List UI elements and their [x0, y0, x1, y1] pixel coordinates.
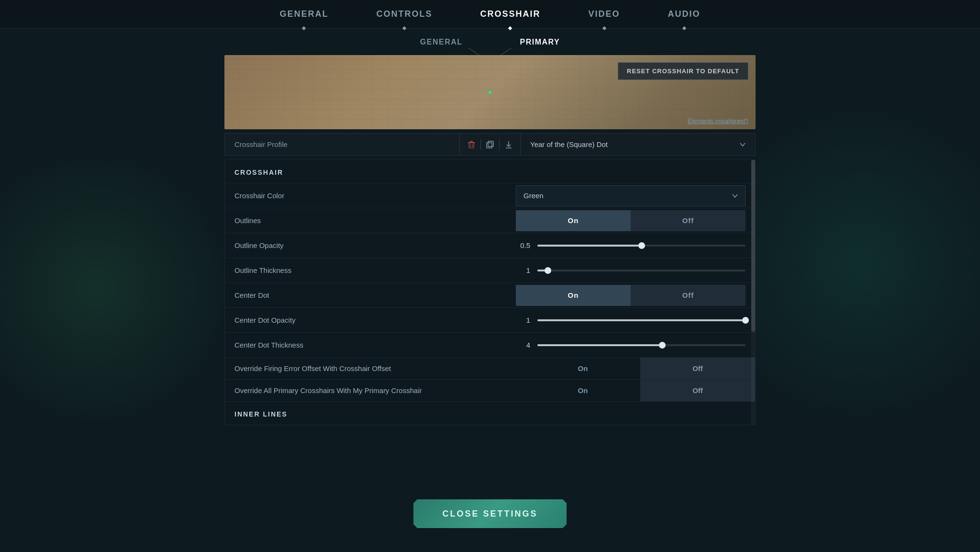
center-dot-thickness-track[interactable] [537, 344, 746, 346]
outlines-label: Outlines [234, 216, 516, 225]
delete-icon [467, 140, 476, 149]
override-firing-on[interactable]: On [525, 358, 640, 379]
profile-section: Crosshair Profile [224, 133, 756, 156]
center-dot-thickness-fill [537, 344, 662, 346]
override-firing-row: Override Firing Error Offset With Crossh… [225, 357, 755, 379]
dropdown-chevron-icon [740, 143, 746, 146]
center-dot-opacity-row: Center Dot Opacity 1 [225, 307, 755, 332]
center-dot-label: Center Dot [234, 291, 516, 299]
nav-item-video[interactable]: VIDEO [584, 9, 625, 19]
outline-thickness-slider-row: 1 [516, 266, 746, 274]
override-all-off[interactable]: Off [640, 380, 755, 401]
outline-opacity-label: Outline Opacity [234, 241, 516, 249]
override-all-on[interactable]: On [525, 380, 640, 401]
override-firing-off[interactable]: Off [640, 358, 755, 379]
crosshair-dot [489, 91, 491, 94]
override-firing-controls: On Off [525, 358, 755, 379]
nav-item-crosshair[interactable]: CROSSHAIR [475, 9, 545, 19]
profile-delete-button[interactable] [463, 134, 480, 155]
outlines-toggle-group: On Off [516, 210, 746, 231]
center-dot-thickness-label: Center Dot Thickness [234, 341, 516, 349]
crosshair-preview: RESET CROSSHAIR TO DEFAULT Elements misa… [224, 55, 756, 129]
nav-item-audio[interactable]: AUDIO [663, 9, 705, 19]
outline-thickness-thumb[interactable] [545, 267, 551, 274]
elements-misaligned-link[interactable]: Elements misaligned? [688, 117, 748, 124]
top-navigation: GENERAL CONTROLS CROSSHAIR VIDEO AUDIO [0, 0, 980, 29]
center-dot-row: Center Dot On Off [225, 282, 755, 307]
reset-crosshair-button[interactable]: RESET CROSSHAIR TO DEFAULT [618, 62, 748, 80]
center-dot-opacity-value: 1 [516, 316, 530, 324]
profile-import-button[interactable] [500, 134, 517, 155]
outline-thickness-row: Outline Thickness 1 [225, 258, 755, 282]
center-dot-opacity-slider-row: 1 [516, 316, 746, 324]
copy-icon [486, 140, 494, 149]
center-dot-opacity-control: 1 [516, 316, 746, 324]
center-dot-off-button[interactable]: Off [631, 285, 746, 306]
profile-icon-divider [480, 139, 481, 150]
outline-opacity-thumb[interactable] [638, 242, 645, 249]
subnav-general[interactable]: GENERAL [420, 38, 463, 46]
svg-rect-3 [470, 141, 473, 142]
color-dropdown-chevron [732, 194, 738, 198]
nav-item-general[interactable]: GENERAL [275, 9, 333, 19]
crosshair-section-header: CROSSHAIR [225, 160, 755, 183]
override-all-label: Override All Primary Crosshairs With My … [225, 380, 525, 401]
center-dot-thickness-value: 4 [516, 341, 530, 349]
import-icon [504, 140, 513, 149]
center-dot-opacity-thumb[interactable] [742, 317, 749, 324]
center-dot-toggle-group: On Off [516, 285, 746, 306]
inner-lines-section-header: INNER LINES [225, 401, 755, 425]
override-all-row: Override All Primary Crosshairs With My … [225, 379, 755, 401]
sub-navigation: GENERAL PRIMARY [0, 29, 980, 55]
outline-thickness-value: 1 [516, 266, 530, 274]
outline-thickness-label: Outline Thickness [234, 266, 516, 274]
outline-opacity-control: 0.5 [516, 241, 746, 249]
outline-opacity-slider-row: 0.5 [516, 241, 746, 249]
settings-panel: CROSSHAIR Crosshair Color Green Outlines… [224, 159, 756, 425]
center-dot-opacity-label: Center Dot Opacity [234, 316, 516, 324]
profile-icon-divider-2 [499, 139, 500, 150]
outlines-off-button[interactable]: Off [631, 210, 746, 231]
main-content: RESET CROSSHAIR TO DEFAULT Elements misa… [224, 55, 756, 425]
center-dot-thickness-thumb[interactable] [659, 342, 666, 349]
profile-label: Crosshair Profile [225, 134, 459, 155]
outline-opacity-track[interactable] [537, 245, 746, 247]
scrollbar[interactable] [751, 160, 755, 425]
outlines-control: On Off [516, 210, 746, 231]
outline-thickness-track[interactable] [537, 270, 746, 271]
profile-copy-button[interactable] [481, 134, 499, 155]
crosshair-color-dropdown[interactable]: Green [516, 185, 746, 206]
crosshair-color-control: Green [516, 185, 746, 206]
center-dot-opacity-fill [537, 319, 746, 321]
svg-rect-6 [487, 143, 492, 148]
center-dot-opacity-track[interactable] [537, 319, 746, 321]
outline-thickness-control: 1 [516, 266, 746, 274]
outlines-row: Outlines On Off [225, 208, 755, 233]
outline-opacity-fill [537, 245, 642, 247]
center-dot-on-button[interactable]: On [516, 285, 631, 306]
override-firing-label: Override Firing Error Offset With Crossh… [225, 358, 525, 379]
center-dot-thickness-row: Center Dot Thickness 4 [225, 332, 755, 357]
nav-item-controls[interactable]: CONTROLS [371, 9, 437, 19]
override-all-controls: On Off [525, 380, 755, 401]
center-dot-control: On Off [516, 285, 746, 306]
scrollbar-thumb[interactable] [751, 160, 755, 332]
svg-rect-7 [488, 141, 493, 146]
center-dot-thickness-slider-row: 4 [516, 341, 746, 349]
close-settings-button[interactable]: CLOSE SETTINGS [413, 499, 567, 528]
outline-opacity-value: 0.5 [516, 241, 530, 249]
center-dot-thickness-control: 4 [516, 341, 746, 349]
outlines-on-button[interactable]: On [516, 210, 631, 231]
subnav-primary[interactable]: PRIMARY [520, 38, 560, 46]
crosshair-color-row: Crosshair Color Green [225, 183, 755, 208]
profile-icons [459, 134, 520, 155]
outline-opacity-row: Outline Opacity 0.5 [225, 233, 755, 258]
crosshair-color-label: Crosshair Color [234, 192, 516, 200]
profile-dropdown[interactable]: Year of the (Square) Dot [520, 134, 755, 155]
